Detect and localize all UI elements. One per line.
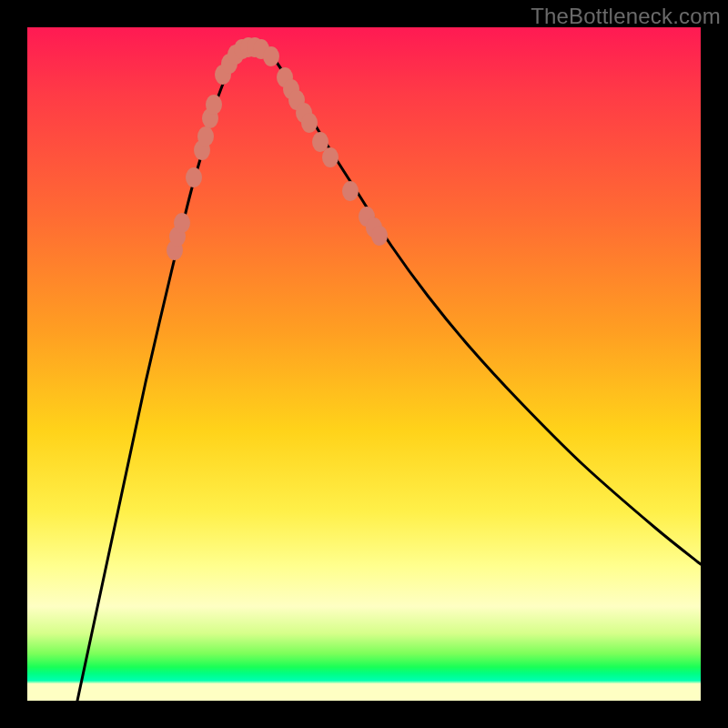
curve-marker	[301, 113, 318, 133]
curve-marker	[197, 126, 214, 147]
curve-marker	[342, 181, 359, 201]
curve-marker	[263, 46, 279, 66]
watermark-text: TheBottleneck.com	[531, 4, 721, 29]
curve-marker	[206, 95, 222, 115]
curve-markers	[167, 37, 388, 260]
chart-frame: TheBottleneck.com	[0, 0, 728, 728]
chart-svg	[27, 27, 701, 701]
chart-plot-area	[27, 27, 701, 701]
curve-marker	[322, 147, 339, 167]
curve-marker	[174, 213, 190, 233]
bottleneck-curve	[77, 46, 701, 701]
curve-marker	[371, 226, 388, 246]
curve-marker	[186, 167, 202, 187]
